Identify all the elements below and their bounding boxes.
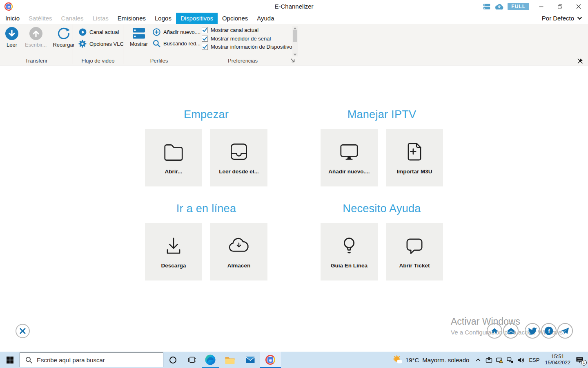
ribbon-group-preferencias: Mostrar canal actual Mostrar medidor de …	[195, 24, 303, 65]
checkbox-checked[interactable]	[202, 44, 208, 50]
cloud-download-icon	[227, 234, 251, 258]
notification-count-badge: 1	[581, 360, 587, 366]
titlebar: e E-Channelizer FULL	[0, 0, 588, 13]
home-link[interactable]	[487, 323, 502, 339]
checkbox-checked[interactable]	[202, 36, 208, 42]
search-input[interactable]	[37, 357, 147, 364]
tab-listas[interactable]: Listas	[88, 13, 113, 24]
group-title-perfiles: Perfiles	[123, 58, 195, 64]
weather-condition[interactable]: Mayorm. soleado	[422, 357, 469, 364]
profile-selector[interactable]: Por Defecto	[542, 13, 582, 24]
volume-icon[interactable]	[517, 357, 524, 364]
start-button[interactable]	[0, 352, 20, 368]
cortana-button[interactable]	[163, 352, 182, 368]
tile-leer-desde-el[interactable]: Leer desde el...	[210, 129, 267, 186]
buscando-red-button[interactable]: Buscando red...	[153, 40, 200, 47]
tile-abrir[interactable]: Abrir...	[145, 129, 202, 186]
svg-text:e: e	[269, 357, 272, 363]
telegram-link[interactable]	[557, 323, 573, 339]
opciones-vlc-button[interactable]: Opciones VLC	[78, 40, 124, 48]
gear-icon	[78, 40, 87, 48]
close-welcome-button[interactable]	[16, 324, 30, 338]
tile-importar-m3u[interactable]: Importar M3U	[386, 129, 443, 186]
play-circle-icon	[79, 28, 87, 36]
weather-temp[interactable]: 19°C	[405, 357, 419, 364]
tile-guia-en-linea[interactable]: Guía En Línea	[321, 223, 378, 280]
unpin-ribbon-icon[interactable]	[577, 58, 583, 64]
section-title: Ir a en línea	[145, 203, 267, 214]
scrollbar-thumb[interactable]	[293, 30, 297, 42]
meet-now-icon[interactable]	[486, 357, 492, 364]
task-view-button[interactable]	[182, 352, 201, 368]
search-icon	[153, 40, 160, 47]
file-explorer-icon	[225, 355, 235, 365]
pref-mostrar-canal-actual[interactable]: Mostrar canal actual	[202, 27, 258, 33]
mail-icon	[245, 355, 255, 365]
chevron-down-icon	[577, 16, 582, 21]
reload-icon	[57, 27, 71, 40]
svg-text:f: f	[548, 328, 550, 334]
section-necesito-ayuda: Necesito Ayuda Guía En Línea Abrir Ticke…	[321, 203, 443, 280]
tile-almacen[interactable]: Almacen	[210, 223, 267, 280]
facebook-link[interactable]: f	[541, 323, 557, 339]
group-title-flujo-video: Flujo de video	[73, 58, 123, 64]
display-warning-icon[interactable]	[496, 357, 503, 364]
scroll-down-icon[interactable]	[292, 53, 298, 56]
minimize-button[interactable]	[532, 0, 550, 13]
weather-icon[interactable]	[393, 355, 403, 365]
tile-anadir-nuevo[interactable]: Añadir nuevo....	[321, 129, 378, 186]
pref-mostrar-info-dispositivo[interactable]: Mostrar información de Dispositivo	[202, 44, 292, 50]
language-indicator[interactable]: ESP	[529, 357, 539, 363]
monitor-icon	[337, 140, 361, 164]
tab-ayuda[interactable]: Ayuda	[252, 13, 278, 24]
group-title-transferir: Transferir	[0, 58, 73, 64]
twitter-icon	[526, 323, 539, 339]
welcome-panel: Empezar Abrir... Leer desde el... Maneja…	[0, 65, 588, 352]
section-manejar-iptv: Manejar IPTV Añadir nuevo.... Importar M…	[321, 109, 443, 186]
checkbox-checked[interactable]	[202, 27, 208, 33]
tray-chevron-up-icon[interactable]	[475, 357, 481, 363]
twitter-link[interactable]	[525, 323, 540, 339]
tab-canales[interactable]: Canales	[57, 13, 88, 24]
tab-logos[interactable]: Logos	[150, 13, 176, 24]
canal-actual-button[interactable]: Canal actual	[79, 28, 119, 36]
taskbar-search[interactable]	[20, 352, 163, 367]
group-title-preferencias: Preferencias	[195, 58, 290, 64]
folder-icon	[162, 140, 185, 164]
date: 15/04/2022	[545, 360, 570, 366]
mail-button[interactable]	[241, 352, 260, 368]
tab-inicio[interactable]: Inicio	[1, 13, 24, 24]
anadir-nuevo-button[interactable]: Añadir nuevo....	[153, 28, 200, 36]
pref-mostrar-medidor-senal[interactable]: Mostrar medidor de señal	[202, 36, 271, 42]
tile-descarga[interactable]: Descarga	[145, 223, 202, 280]
close-button[interactable]	[569, 0, 588, 13]
time: 15:51	[545, 354, 570, 360]
network-icon[interactable]	[507, 357, 514, 364]
cloud-sync-icon[interactable]	[494, 3, 504, 11]
tab-opciones[interactable]: Opciones	[218, 13, 252, 24]
action-center-button[interactable]: 1	[575, 356, 584, 364]
edge-taskbar-button[interactable]	[201, 352, 220, 368]
file-explorer-button[interactable]	[220, 352, 239, 368]
menu-tabbar: Inicio Satélites Canales Listas Emisione…	[0, 13, 588, 24]
email-link[interactable]	[503, 323, 519, 339]
clock[interactable]: 15:51 15/04/2022	[545, 354, 570, 366]
profiles-list-icon[interactable]	[483, 3, 490, 10]
mostrar-button[interactable]: Mostrar	[127, 27, 151, 48]
edge-icon	[205, 355, 216, 365]
ribbon: Leer Escribir... Recargar Transferir Can…	[0, 24, 588, 65]
restore-button[interactable]	[550, 0, 569, 13]
email-icon	[506, 326, 516, 336]
echannelizer-taskbar-button[interactable]: e	[260, 352, 281, 368]
tile-abrir-ticket[interactable]: Abrir Ticket	[386, 223, 443, 280]
dialog-launcher-icon[interactable]	[290, 58, 295, 63]
tab-dispositivos[interactable]: Dispositivos	[176, 13, 218, 24]
close-icon	[20, 328, 26, 334]
tab-satelites[interactable]: Satélites	[24, 13, 57, 24]
tab-emisiones[interactable]: Emisiones	[113, 13, 150, 24]
plus-circle-icon	[153, 28, 160, 36]
preferences-scrollbar[interactable]	[292, 26, 298, 56]
license-badge: FULL	[508, 3, 529, 10]
section-title: Manejar IPTV	[321, 109, 443, 120]
scroll-up-icon[interactable]	[292, 26, 298, 30]
